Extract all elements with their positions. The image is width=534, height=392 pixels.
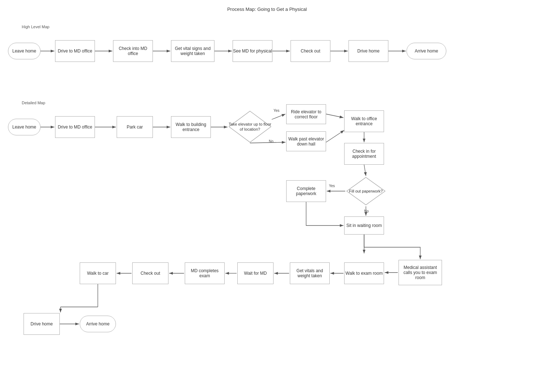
d-check-out: Check out — [132, 262, 168, 284]
svg-line-15 — [326, 114, 343, 118]
high-level-label: High Level Map — [22, 25, 49, 29]
yes-label-paperwork: Yes — [329, 184, 335, 188]
no-label-paperwork: No — [364, 209, 369, 213]
d-walk-entrance: Walk to building entrance — [171, 116, 211, 138]
hl-see-md: See MD for physical — [233, 40, 272, 62]
d-drive-home: Drive home — [24, 313, 60, 335]
hl-check-out: Check out — [291, 40, 330, 62]
d-wait-md: Wait for MD — [237, 262, 274, 284]
svg-line-19 — [364, 165, 366, 176]
d-get-vitals: Get vitals and weight taken — [290, 262, 330, 284]
d-check-in-appt: Check in for appointment — [344, 143, 384, 165]
d-walk-exam: Walk to exam room — [344, 262, 384, 284]
d-walk-past-elevator: Walk past elevator down hall — [286, 131, 326, 151]
d-leave-home: Leave home — [8, 119, 41, 135]
d-arrive-home: Arrive home — [80, 316, 116, 332]
hl-arrive-home: Arrive home — [406, 43, 446, 59]
hl-drive-home: Drive home — [349, 40, 388, 62]
svg-line-14 — [272, 114, 285, 119]
d-walk-office: Walk to office entrance — [344, 110, 384, 132]
d-elevator-decision: Take elevator up to floor of location? — [228, 110, 272, 143]
d-drive-md: Drive to MD office — [55, 116, 95, 138]
d-ride-elevator: Ride elevator to correct floor — [286, 104, 326, 124]
d-paperwork-decision: Fill out paperwork? — [346, 177, 386, 206]
hl-vital-signs: Get vital signs and weight taken — [171, 40, 214, 62]
svg-line-17 — [326, 130, 344, 142]
yes-label-elevator: Yes — [274, 109, 279, 113]
hl-drive-md: Drive to MD office — [55, 40, 95, 62]
d-md-exam: MD completes exam — [185, 262, 225, 284]
d-park-car: Park car — [117, 116, 153, 138]
d-sit-waiting: Sit in waiting room — [344, 216, 384, 235]
no-label-elevator: No — [269, 139, 274, 143]
hl-check-in: Check into MD office — [113, 40, 153, 62]
d-walk-car: Walk to car — [80, 262, 116, 284]
d-med-asst-calls: Medical assistant calls you to exam room — [399, 260, 442, 285]
d-complete-paperwork: Complete paperwork — [286, 180, 326, 202]
hl-leave-home: Leave home — [8, 43, 41, 59]
page-title: Process Map: Going to Get a Physical — [0, 0, 534, 12]
detailed-label: Detailed Map — [22, 101, 45, 105]
